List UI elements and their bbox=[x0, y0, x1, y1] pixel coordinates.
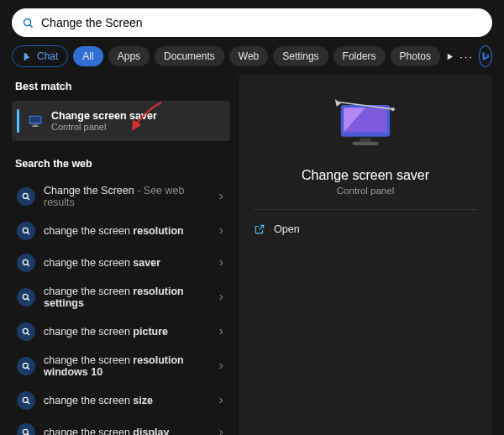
svg-point-8 bbox=[23, 228, 28, 233]
svg-line-19 bbox=[28, 402, 30, 405]
svg-point-18 bbox=[23, 397, 28, 402]
web-suggestion[interactable]: change the screen size bbox=[12, 385, 230, 417]
best-match-title: Change screen saver bbox=[51, 110, 157, 122]
detail-pane: Change screen saver Control panel Open bbox=[239, 74, 492, 435]
detail-title: Change screen saver bbox=[254, 168, 477, 183]
chevron-right-icon bbox=[217, 326, 225, 338]
open-icon bbox=[254, 223, 265, 235]
chat-label: Chat bbox=[37, 50, 58, 62]
photos-tab[interactable]: Photos bbox=[391, 46, 440, 66]
svg-line-17 bbox=[28, 368, 30, 370]
svg-line-7 bbox=[28, 198, 30, 201]
documents-tab[interactable]: Documents bbox=[155, 46, 224, 66]
svg-rect-5 bbox=[32, 126, 39, 127]
best-match-heading: Best match bbox=[12, 74, 230, 101]
filter-bar: Chat All Apps Documents Web Settings Fol… bbox=[0, 45, 504, 74]
search-input[interactable] bbox=[41, 16, 482, 29]
web-suggestion-text: change the screen picture bbox=[44, 326, 208, 338]
svg-line-11 bbox=[28, 265, 30, 267]
control-panel-icon bbox=[26, 112, 45, 130]
web-suggestion-text: change the screen resolution settings bbox=[44, 286, 208, 309]
web-suggestion-text: change the screen saver bbox=[44, 257, 208, 269]
chevron-right-icon bbox=[217, 360, 225, 373]
chevron-right-icon bbox=[217, 257, 225, 270]
svg-point-10 bbox=[23, 259, 28, 265]
svg-rect-26 bbox=[353, 142, 379, 145]
chevron-right-icon bbox=[217, 427, 225, 436]
web-suggestion[interactable]: change the screen resolution windows 10 bbox=[12, 348, 230, 385]
search-icon bbox=[17, 423, 35, 435]
best-match-subtitle: Control panel bbox=[51, 122, 157, 132]
svg-rect-3 bbox=[30, 117, 41, 123]
search-icon bbox=[17, 322, 35, 341]
search-bar[interactable] bbox=[12, 8, 492, 37]
chevron-right-icon bbox=[217, 225, 225, 238]
svg-line-15 bbox=[28, 333, 30, 336]
svg-line-13 bbox=[28, 299, 30, 301]
detail-subtitle: Control panel bbox=[254, 186, 477, 196]
chat-tab[interactable]: Chat bbox=[12, 45, 68, 67]
svg-rect-4 bbox=[34, 124, 38, 125]
svg-point-16 bbox=[23, 363, 28, 368]
search-icon bbox=[17, 187, 35, 206]
web-suggestion[interactable]: change the screen resolution bbox=[12, 215, 230, 247]
svg-point-12 bbox=[23, 294, 28, 299]
web-tab[interactable]: Web bbox=[229, 46, 268, 66]
web-suggestion[interactable]: change the screen saver bbox=[12, 247, 230, 279]
search-icon bbox=[22, 17, 34, 29]
svg-rect-25 bbox=[360, 138, 371, 141]
web-suggestion[interactable]: Change the Screen - See web results bbox=[12, 178, 230, 215]
apps-tab[interactable]: Apps bbox=[108, 46, 150, 66]
best-match-result[interactable]: Change screen saver Control panel bbox=[12, 101, 230, 141]
svg-point-14 bbox=[23, 328, 28, 333]
web-suggestion-text: Change the Screen - See web results bbox=[44, 185, 208, 208]
svg-point-6 bbox=[23, 193, 28, 198]
svg-point-20 bbox=[23, 429, 28, 434]
selection-indicator bbox=[17, 109, 19, 133]
settings-tab[interactable]: Settings bbox=[273, 46, 328, 66]
more-button[interactable]: ··· bbox=[459, 50, 474, 63]
web-suggestion[interactable]: change the screen resolution settings bbox=[12, 279, 230, 316]
svg-point-0 bbox=[24, 18, 31, 25]
detail-icon bbox=[254, 86, 477, 163]
search-icon bbox=[17, 391, 35, 410]
play-icon[interactable] bbox=[445, 52, 454, 61]
svg-line-9 bbox=[28, 233, 30, 235]
web-suggestion-text: change the screen display bbox=[44, 427, 208, 435]
chevron-right-icon bbox=[217, 291, 225, 304]
bing-button[interactable] bbox=[479, 45, 492, 67]
web-suggestion[interactable]: change the screen picture bbox=[12, 316, 230, 348]
chevron-right-icon bbox=[217, 395, 225, 407]
search-icon bbox=[17, 222, 35, 240]
web-suggestion[interactable]: change the screen display bbox=[12, 417, 230, 435]
svg-line-1 bbox=[30, 24, 33, 27]
search-web-heading: Search the web bbox=[12, 151, 230, 178]
search-icon bbox=[17, 254, 35, 272]
folders-tab[interactable]: Folders bbox=[333, 46, 386, 66]
search-icon bbox=[17, 357, 35, 375]
web-suggestion-text: change the screen size bbox=[44, 395, 208, 406]
open-action[interactable]: Open bbox=[254, 223, 477, 235]
divider bbox=[254, 209, 477, 210]
all-tab[interactable]: All bbox=[73, 46, 102, 66]
svg-point-28 bbox=[391, 107, 395, 111]
search-icon bbox=[17, 288, 35, 307]
web-suggestion-text: change the screen resolution windows 10 bbox=[44, 354, 208, 378]
web-suggestion-text: change the screen resolution bbox=[44, 225, 208, 237]
chevron-right-icon bbox=[217, 191, 225, 203]
open-label: Open bbox=[274, 223, 300, 235]
